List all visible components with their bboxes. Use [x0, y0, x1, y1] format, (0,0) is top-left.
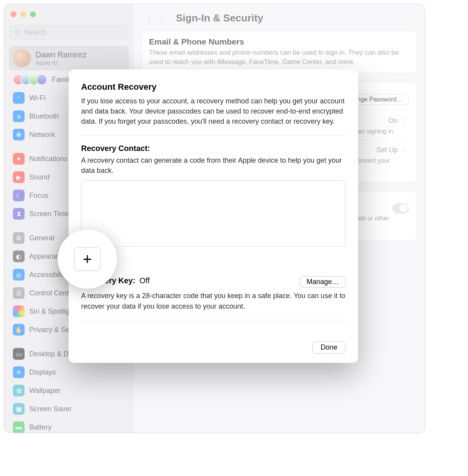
sidebar-item-label: Battery [29, 423, 51, 432]
globe-icon: ☸ [13, 129, 25, 140]
sidebar-item-label: Sound [29, 173, 50, 181]
wifi-icon: ◜ [13, 92, 25, 104]
search-input[interactable]: Search [10, 25, 128, 40]
panel-title: Email & Phone Numbers [149, 37, 410, 46]
security-keys-button-text: Set Up [376, 146, 398, 154]
sidebar-item-label: Focus [29, 192, 48, 200]
panel-email-phone: Email & Phone Numbers These email addres… [142, 30, 417, 73]
accessibility-icon: ◎ [13, 269, 25, 281]
sidebar-item-label: Bluetooth [29, 112, 59, 121]
sidebar-item-battery[interactable]: ▬Battery [9, 418, 129, 433]
sidebar-item-screen-saver[interactable]: ▦Screen Saver [9, 400, 129, 418]
done-button[interactable]: Done [312, 341, 346, 353]
recovery-contact-desc: A recovery contact can generate a code f… [81, 155, 346, 176]
recovery-key-desc: A recovery key is a 28-character code th… [81, 291, 346, 311]
passkey-toggle[interactable] [392, 203, 409, 213]
account-recovery-modal: Account Recovery If you lose access to y… [69, 69, 358, 363]
window-controls [8, 7, 130, 23]
manage-recovery-key-button[interactable]: Manage… [300, 276, 346, 288]
wallpaper-icon: ✿ [13, 385, 25, 396]
plus-icon: + [83, 250, 92, 268]
close-window-button[interactable] [11, 11, 16, 17]
desktop-icon: ▭ [13, 348, 25, 360]
user-avatar [13, 49, 31, 67]
zoom-window-button[interactable] [30, 11, 36, 17]
sidebar-item-label: Screen Saver [29, 405, 72, 413]
moon-icon: ☾ [13, 190, 25, 201]
sidebar-item-label: Wi-Fi [29, 94, 46, 102]
sidebar-item-wallpaper[interactable]: ✿Wallpaper [9, 382, 129, 400]
switches-icon: ☰ [13, 287, 25, 299]
chevron-right-icon: 〉 [402, 116, 409, 126]
chevron-right-icon: 〉 [402, 146, 409, 155]
user-name-label: Dawn Ramirez [35, 50, 87, 59]
recovery-contact-title: Recovery Contact: [81, 144, 346, 153]
two-factor-value: On [388, 117, 398, 125]
svg-line-1 [18, 34, 20, 35]
sun-icon: ☀ [13, 366, 25, 378]
sidebar-item-label: Wallpaper [29, 387, 60, 395]
appearance-icon: ◐ [13, 250, 25, 262]
sidebar-item-label: General [29, 234, 54, 242]
sidebar-item-label: Notifications [29, 155, 67, 163]
search-icon [14, 29, 21, 36]
battery-icon: ▬ [13, 421, 25, 433]
forward-button[interactable]: 〉 [160, 12, 168, 24]
bell-icon: ● [13, 153, 25, 165]
sidebar-item-apple-id[interactable]: Dawn Ramirez Apple ID [9, 46, 129, 70]
minimize-window-button[interactable] [20, 11, 26, 17]
screensaver-icon: ▦ [13, 403, 25, 415]
hourglass-icon: ⧗ [13, 208, 25, 220]
bluetooth-icon: ʙ [13, 110, 25, 122]
page-title: Sign-In & Security [176, 12, 263, 24]
sidebar-item-label: Screen Time [29, 210, 69, 218]
add-recovery-contact-button-highlight[interactable]: + [74, 247, 101, 271]
user-subtitle-label: Apple ID [35, 59, 87, 66]
sidebar-item-label: Network [29, 131, 55, 139]
gear-icon: ⚙ [13, 232, 25, 244]
callout-magnifier: + [58, 229, 117, 289]
back-button[interactable]: 〈 [143, 12, 152, 24]
speaker-icon: ▶ [13, 171, 25, 183]
recovery-key-value: Off [139, 276, 149, 285]
hand-icon: ✋ [13, 324, 25, 336]
sidebar-item-label: Displays [29, 368, 56, 377]
panel-desc: These email addresses and phone numbers … [149, 48, 410, 67]
siri-icon [13, 305, 25, 317]
recovery-contact-list [81, 180, 346, 247]
sidebar-item-displays[interactable]: ☀Displays [9, 363, 129, 381]
sidebar-item-label: Control Center [29, 289, 75, 297]
search-placeholder-label: Search [24, 28, 46, 37]
modal-title: Account Recovery [81, 82, 346, 92]
modal-body-text: If you lose access to your account, a re… [81, 96, 346, 126]
svg-point-0 [15, 30, 19, 34]
family-avatars [13, 74, 47, 85]
nav-header: 〈 〉 Sign-In & Security [142, 10, 417, 30]
